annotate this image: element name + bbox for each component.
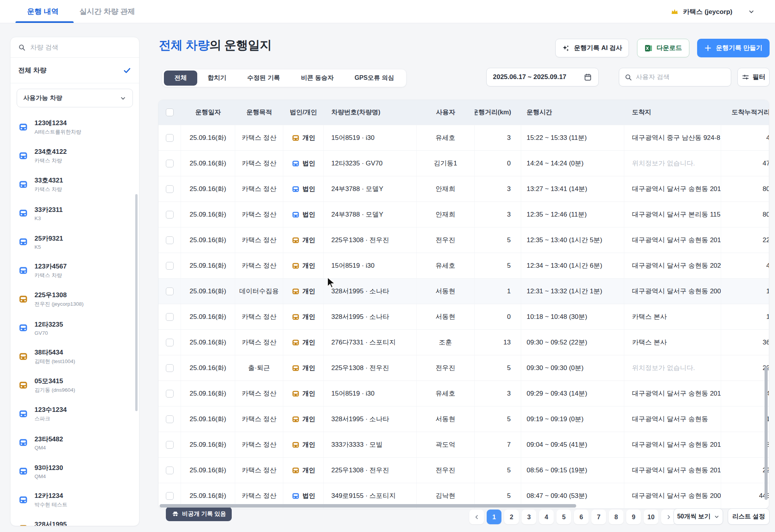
- sidebar-item-all-vehicles[interactable]: 전체 차량: [10, 58, 139, 83]
- sidebar-scrollbar[interactable]: [135, 194, 138, 411]
- tab-driving-history[interactable]: 운행 내역: [27, 0, 59, 23]
- page-number-button[interactable]: 4: [539, 510, 554, 524]
- account-menu[interactable]: 카택스 (jeycorp): [670, 0, 755, 23]
- select-all-checkbox[interactable]: [166, 108, 174, 116]
- table-row[interactable]: 25.09.16(화) 데이터수집용 개인 328서1995 · 소나타 서동현…: [158, 278, 769, 304]
- col-header-user[interactable]: 사용자: [417, 100, 475, 125]
- page-number-button[interactable]: 10: [644, 510, 658, 524]
- row-checkbox[interactable]: [166, 441, 174, 449]
- sidebar-vehicle-item[interactable]: 328서1995 서동현 (jeycorp1315): [10, 514, 139, 526]
- table-row[interactable]: 25.09.16(화) 카택스 정산 개인 15어8519 · i30 유세호 …: [158, 253, 769, 278]
- row-checkbox[interactable]: [166, 160, 174, 167]
- cell-distance: 5: [475, 253, 521, 278]
- ai-check-button[interactable]: 운행기록 AI 검사: [555, 39, 629, 57]
- ownership-label: 법인: [303, 159, 315, 168]
- table-row[interactable]: 25.09.16(화) 카택스 정산 법인 24부3788 · 모델Y 안재희 …: [158, 201, 769, 227]
- prev-page-button[interactable]: [469, 510, 484, 524]
- page-number-button[interactable]: 1: [487, 510, 501, 524]
- page-number-button[interactable]: 3: [522, 510, 536, 524]
- row-checkbox[interactable]: [166, 262, 174, 270]
- sidebar-vehicle-item[interactable]: 12카1234 박수현 테스트: [10, 486, 139, 514]
- car-icon: [291, 313, 300, 321]
- vehicle-subtitle: K5: [34, 244, 63, 250]
- sidebar-vehicle-item[interactable]: 123수1234 스파크: [10, 399, 139, 428]
- table-row[interactable]: 25.09.16(화) 카택스 정산 개인 333가3333 · 모빌 곽도억 …: [158, 432, 769, 457]
- col-header-time[interactable]: 운행시간: [521, 100, 624, 125]
- cell-purpose: 카택스 정산: [235, 330, 283, 355]
- row-checkbox[interactable]: [166, 288, 174, 295]
- page-number-button[interactable]: 7: [591, 510, 606, 524]
- sidebar-vehicle-item[interactable]: 123에1234 AI테스트를위한차량: [10, 113, 139, 141]
- row-checkbox[interactable]: [166, 415, 174, 423]
- col-header-vehicle[interactable]: 차량번호(차량명): [324, 100, 417, 125]
- row-checkbox[interactable]: [166, 134, 174, 142]
- table-row[interactable]: 25.09.16(화) 카택스 정산 개인 15어8519 · i30 유세호 …: [158, 125, 769, 150]
- vehicle-search-input[interactable]: 차량 검색: [10, 37, 139, 58]
- sidebar-vehicle-item[interactable]: 12타3235 GV70: [10, 313, 139, 342]
- horizontal-scrollbar[interactable]: [160, 504, 576, 508]
- page-number-button[interactable]: 2: [504, 510, 519, 524]
- availability-dropdown[interactable]: 사용가능 차량: [17, 89, 133, 107]
- col-header-purpose[interactable]: 운행목적: [235, 100, 283, 125]
- download-button[interactable]: 다운로드: [637, 39, 689, 57]
- page-number-button[interactable]: 9: [626, 510, 641, 524]
- sidebar-vehicle-item[interactable]: 123카4567 카택스 차량: [10, 256, 139, 285]
- table-row[interactable]: 25.09.16(화) 출·퇴근 개인 225우1308 · 전우진 전우진 5…: [158, 355, 769, 380]
- row-checkbox[interactable]: [166, 364, 174, 372]
- col-header-cumulative[interactable]: 도착누적거리: [721, 100, 769, 125]
- row-checkbox[interactable]: [166, 390, 174, 398]
- table-row[interactable]: 25.09.16(화) 카택스 정산 개인 328서1995 · 소나타 서동현…: [158, 406, 769, 432]
- table-row[interactable]: 25.09.16(화) 카택스 정산 개인 225우1308 · 전우진 전우진…: [158, 457, 769, 483]
- row-checkbox[interactable]: [166, 313, 174, 321]
- filter-button[interactable]: 필터: [737, 68, 770, 86]
- sidebar-vehicle-item[interactable]: 05모3415 김기동 (dns9604): [10, 371, 139, 399]
- sidebar-vehicle-item[interactable]: 234호4122 카택스 차량: [10, 141, 139, 170]
- sidebar-vehicle-item[interactable]: 93마1230 QM4: [10, 457, 139, 486]
- sidebar-vehicle-item[interactable]: 225우1308 전우진 (jeycorp1308): [10, 285, 139, 313]
- cell-user: 전우진: [417, 458, 475, 483]
- cell-destination: 대구광역시 달서구 송현동 2003...: [624, 279, 721, 304]
- filter-tab[interactable]: 수정된 기록: [237, 71, 290, 86]
- col-header-ownership[interactable]: 법인/개인: [283, 100, 324, 125]
- filter-tab[interactable]: 비콘 동승자: [290, 71, 344, 86]
- sidebar-vehicle-item[interactable]: 23타5482 QM4: [10, 428, 139, 457]
- cell-ownership: 개인: [283, 381, 324, 406]
- col-header-distance[interactable]: 운행거리(km): [475, 100, 521, 125]
- table-row[interactable]: 25.09.16(화) 카택스 정산 개인 225우1308 · 전우진 전우진…: [158, 227, 769, 253]
- row-checkbox[interactable]: [166, 339, 174, 346]
- col-header-destination[interactable]: 도착지: [624, 100, 721, 125]
- row-checkbox[interactable]: [166, 492, 174, 500]
- vertical-scrollbar[interactable]: [765, 366, 768, 500]
- table-row[interactable]: 25.09.16(화) 카택스 정산 법인 12타3235 · GV70 김기동…: [158, 150, 769, 176]
- table-row[interactable]: 25.09.16(화) 카택스 정산 개인 328서1995 · 소나타 서동현…: [158, 304, 769, 329]
- sidebar-vehicle-item[interactable]: 25카9321 K5: [10, 227, 139, 256]
- cell-ownership: 개인: [283, 458, 324, 483]
- page-size-dropdown[interactable]: 50개씩 보기: [673, 508, 723, 525]
- car-icon: [18, 380, 28, 390]
- create-record-button[interactable]: 운행기록 만들기: [697, 39, 770, 57]
- date-range-picker[interactable]: 2025.06.17 ~ 2025.09.17: [486, 68, 599, 86]
- table-row[interactable]: 25.09.16(화) 카택스 정산 개인 276다7331 · 스포티지 조훈…: [158, 329, 769, 355]
- row-checkbox[interactable]: [166, 211, 174, 219]
- table-row[interactable]: 25.09.16(화) 카택스 정산 법인 24부3788 · 모델Y 안재희 …: [158, 176, 769, 201]
- list-settings-button[interactable]: 리스트 설정: [728, 508, 770, 525]
- filter-tab[interactable]: 합치기: [197, 71, 237, 86]
- col-header-date[interactable]: 운행일자: [181, 100, 235, 125]
- sidebar-vehicle-item[interactable]: 33카2311 K3: [10, 199, 139, 227]
- row-checkbox[interactable]: [166, 236, 174, 244]
- page-number-button[interactable]: 6: [574, 510, 589, 524]
- cell-purpose: 데이터수집용: [235, 279, 283, 304]
- row-checkbox[interactable]: [166, 185, 174, 193]
- row-checkbox[interactable]: [166, 467, 174, 474]
- ownership-label: 개인: [303, 262, 315, 270]
- filter-tab[interactable]: GPS오류 의심: [344, 71, 405, 86]
- tab-realtime-monitoring[interactable]: 실시간 차량 관제: [79, 0, 135, 23]
- filter-tab[interactable]: 전체: [164, 71, 197, 86]
- table-row[interactable]: 25.09.16(화) 카택스 정산 개인 15어8519 · i30 유세호 …: [158, 380, 769, 406]
- page-number-button[interactable]: 5: [556, 510, 571, 524]
- page-number-button[interactable]: 8: [609, 510, 623, 524]
- sidebar-vehicle-item[interactable]: 33호4321 카택스 차량: [10, 170, 139, 199]
- sidebar-vehicle-item[interactable]: 38타5434 김테현 (test1004): [10, 342, 139, 371]
- user-search-input[interactable]: 사용자 검색: [619, 68, 731, 86]
- active-tab-underline: [16, 21, 74, 23]
